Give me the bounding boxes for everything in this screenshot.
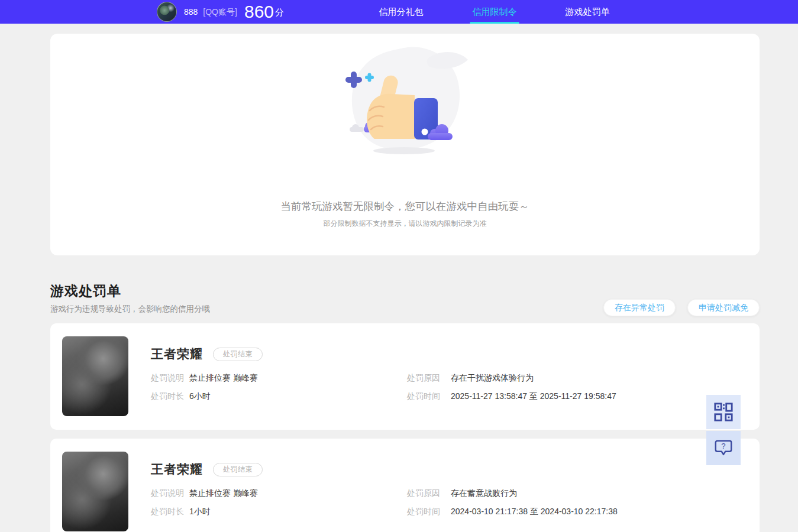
qr-code-icon xyxy=(713,402,734,422)
status-badge: 处罚结束 xyxy=(213,463,263,476)
tab-credit-gift[interactable]: 信用分礼包 xyxy=(379,0,424,24)
tab-game-punishment[interactable]: 游戏处罚单 xyxy=(566,0,610,24)
account-name: 888 xyxy=(184,7,198,17)
abnormal-punishment-button[interactable]: 存在异常处罚 xyxy=(603,299,676,316)
punishment-duration-field: 处罚时长 1小时 xyxy=(151,507,211,517)
account-info: 888 [QQ账号] xyxy=(184,0,237,24)
field-value: 2024-03-10 21:17:38 至 2024-03-10 22:17:3… xyxy=(451,507,618,517)
punishment-card: 王者荣耀 处罚结束 处罚说明 禁止排位赛 巅峰赛 处罚时长 1小时 处罚原因 存… xyxy=(50,439,760,532)
game-name: 王者荣耀 xyxy=(151,461,203,478)
punishment-time-field: 处罚时间 2025-11-27 13:58:47 至 2025-11-27 19… xyxy=(407,391,616,402)
field-value: 存在蓄意战败行为 xyxy=(451,488,517,499)
punishment-reason-field: 处罚原因 存在蓄意战败行为 xyxy=(407,488,517,499)
field-label: 处罚时间 xyxy=(407,507,451,517)
field-label: 处罚时间 xyxy=(407,391,451,402)
credit-score-value: 860 xyxy=(244,0,274,24)
field-label: 处罚原因 xyxy=(407,488,451,499)
help-icon: ? xyxy=(713,438,734,458)
field-value: 2025-11-27 13:58:47 至 2025-11-27 19:58:4… xyxy=(451,391,616,402)
field-value: 禁止排位赛 巅峰赛 xyxy=(189,373,258,384)
card-title-row: 王者荣耀 处罚结束 xyxy=(151,346,263,362)
empty-state-note: 部分限制数据不支持显示，请以游戏内限制记录为准 xyxy=(50,219,760,229)
credit-score-unit: 分 xyxy=(275,7,284,18)
card-title-row: 王者荣耀 处罚结束 xyxy=(151,461,263,478)
thumbs-up-illustration-icon xyxy=(340,38,470,157)
top-nav-bar: 888 [QQ账号] 860 分 信用分礼包 信用限制令 游戏处罚单 xyxy=(0,0,798,24)
field-value: 6小时 xyxy=(189,391,211,402)
field-label: 处罚原因 xyxy=(407,373,451,384)
svg-text:?: ? xyxy=(721,442,725,450)
apply-reduction-button[interactable]: 申请处罚减免 xyxy=(687,299,760,316)
punishment-card: 王者荣耀 处罚结束 处罚说明 禁止排位赛 巅峰赛 处罚时长 6小时 处罚原因 存… xyxy=(50,323,760,430)
restriction-empty-card: 当前常玩游戏暂无限制令，您可以在游戏中自由玩耍～ 部分限制数据不支持显示，请以游… xyxy=(50,34,760,255)
credit-page: 888 [QQ账号] 860 分 信用分礼包 信用限制令 游戏处罚单 xyxy=(0,0,798,532)
punishment-time-field: 处罚时间 2024-03-10 21:17:38 至 2024-03-10 22… xyxy=(407,507,618,517)
field-label: 处罚说明 xyxy=(151,488,189,499)
punishment-reason-field: 处罚原因 存在干扰游戏体验行为 xyxy=(407,373,534,384)
punishment-duration-field: 处罚时长 6小时 xyxy=(151,391,211,402)
game-thumbnail xyxy=(62,452,128,531)
field-value: 禁止排位赛 巅峰赛 xyxy=(189,488,258,499)
field-label: 处罚时长 xyxy=(151,391,189,402)
field-value: 存在干扰游戏体验行为 xyxy=(451,373,534,384)
tab-credit-restriction[interactable]: 信用限制令 xyxy=(473,0,517,24)
field-value: 1小时 xyxy=(189,507,211,517)
punishment-description-field: 处罚说明 禁止排位赛 巅峰赛 xyxy=(151,488,258,499)
status-badge: 处罚结束 xyxy=(213,348,263,361)
qr-code-button[interactable] xyxy=(706,395,741,429)
punishment-section-actions: 存在异常处罚 申请处罚减免 xyxy=(603,299,760,316)
empty-state-message: 当前常玩游戏暂无限制令，您可以在游戏中自由玩耍～ xyxy=(50,199,760,213)
game-name: 王者荣耀 xyxy=(151,346,203,362)
field-label: 处罚时长 xyxy=(151,507,189,517)
account-type: [QQ账号] xyxy=(203,7,237,17)
credit-score: 860 分 xyxy=(244,0,284,24)
avatar[interactable] xyxy=(157,2,177,22)
punishment-section-subtitle: 游戏行为违规导致处罚，会影响您的信用分哦 xyxy=(50,304,210,314)
field-label: 处罚说明 xyxy=(151,373,189,384)
game-thumbnail xyxy=(62,336,128,416)
punishment-section-title: 游戏处罚单 xyxy=(50,282,121,300)
punishment-description-field: 处罚说明 禁止排位赛 巅峰赛 xyxy=(151,373,258,384)
help-button[interactable]: ? xyxy=(706,431,741,465)
